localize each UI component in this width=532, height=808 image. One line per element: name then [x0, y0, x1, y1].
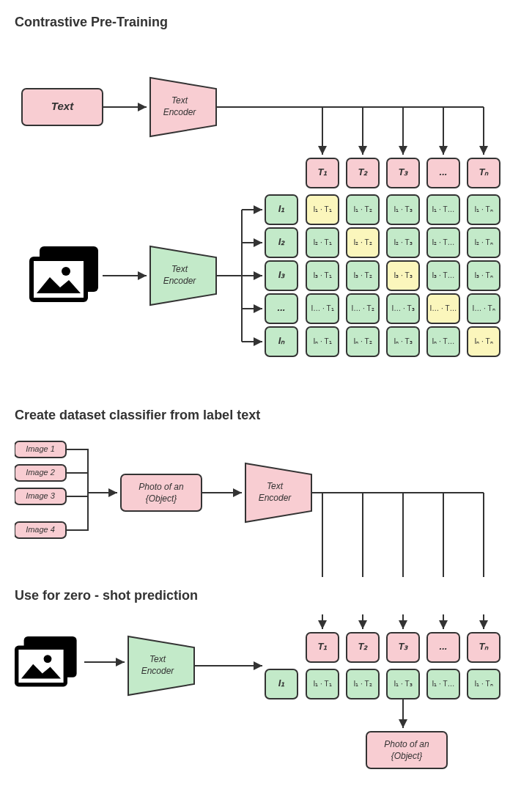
- svg-text:I₂ · T…: I₂ · T…: [432, 238, 454, 246]
- svg-text:I… · Tₙ: I… · Tₙ: [472, 304, 495, 312]
- i-tokens-col: I₁ I₂ I₃ ... Iₙ: [265, 195, 298, 356]
- text-encoder-label: Encoder: [163, 107, 197, 117]
- svg-text:I₁ · Tₙ: I₁ · Tₙ: [474, 680, 492, 688]
- svg-text:Tₙ: Tₙ: [479, 166, 489, 177]
- similarity-matrix: I₁ · T₁I₁ · T₂I₁ · T₃I₁ · T…I₁ · TₙI₂ · …: [306, 195, 500, 356]
- svg-text:T₁: T₁: [318, 641, 328, 652]
- svg-text:Iₙ · T₂: Iₙ · T₂: [353, 337, 372, 345]
- svg-text:T₂: T₂: [358, 641, 369, 652]
- svg-text:I₂ · T₂: I₂ · T₂: [353, 238, 372, 246]
- svg-text:Text: Text: [267, 481, 284, 491]
- svg-text:Tₙ: Tₙ: [479, 641, 489, 652]
- diagram-2: Image 1 Image 2 Image 3 Image 4 Photo of…: [15, 434, 517, 581]
- text-encoder-label: Text: [171, 95, 188, 106]
- prediction-output: [366, 732, 447, 768]
- svg-text:T₂: T₂: [358, 166, 369, 177]
- svg-text:{Object}: {Object}: [146, 493, 177, 504]
- section-title-1: Contrastive Pre-Training: [15, 15, 517, 30]
- svg-text:I₁: I₁: [278, 203, 286, 214]
- svg-text:Encoder: Encoder: [163, 276, 197, 286]
- svg-text:I₂ · Tₙ: I₂ · Tₙ: [474, 238, 492, 246]
- svg-text:I₂ · T₁: I₂ · T₁: [313, 238, 331, 246]
- svg-text:I₁ · T₂: I₁ · T₂: [353, 205, 372, 213]
- svg-text:I₃ · T₃: I₃ · T₃: [394, 271, 412, 279]
- svg-point-13: [62, 267, 70, 276]
- image-stack-icon: [29, 246, 98, 302]
- svg-text:I₂ · T₃: I₂ · T₃: [394, 238, 412, 246]
- svg-text:I₃ · T₁: I₃ · T₁: [313, 271, 331, 279]
- svg-text:...: ...: [278, 302, 286, 313]
- svg-text:I₁ · T₁: I₁ · T₁: [313, 680, 331, 688]
- svg-text:Iₙ · T₁: Iₙ · T₁: [313, 337, 331, 345]
- svg-text:I… · T₃: I… · T₃: [391, 304, 414, 312]
- svg-text:Encoder: Encoder: [141, 666, 175, 676]
- svg-text:Iₙ: Iₙ: [278, 335, 286, 346]
- svg-text:I₁ · T…: I₁ · T…: [432, 205, 454, 213]
- svg-text:Encoder: Encoder: [259, 493, 292, 503]
- svg-text:I₁ · T₃: I₁ · T₃: [394, 205, 412, 213]
- diagram-1: Text Text Encoder T₁ T₂ T₃ ... Tₙ: [15, 41, 517, 386]
- section-title-2: Create dataset classifier from label tex…: [15, 408, 517, 423]
- svg-text:T₃: T₃: [399, 166, 409, 177]
- svg-text:I… · T₁: I… · T₁: [311, 304, 333, 312]
- svg-text:I₁ · Tₙ: I₁ · Tₙ: [474, 205, 492, 213]
- similarity-row: I₁ · T₁ I₁ · T₂ I₁ · T₃ I₁ · T… I₁ · Tₙ: [306, 669, 500, 699]
- svg-text:I₁ · T₃: I₁ · T₃: [394, 680, 412, 688]
- svg-point-76: [44, 655, 52, 663]
- prompt-template-box: [121, 474, 202, 511]
- svg-text:T₃: T₃: [399, 641, 409, 652]
- svg-text:...: ...: [440, 641, 448, 652]
- svg-text:I₁: I₁: [278, 677, 286, 688]
- section-title-3: Use for zero - shot prediction: [15, 588, 517, 603]
- svg-text:...: ...: [440, 166, 448, 177]
- svg-text:Image 4: Image 4: [26, 525, 55, 534]
- svg-text:I₁ · T…: I₁ · T…: [432, 680, 454, 688]
- svg-text:T₁: T₁: [318, 166, 328, 177]
- svg-text:Iₙ · T₃: Iₙ · T₃: [394, 337, 412, 345]
- svg-text:Image 2: Image 2: [26, 468, 55, 477]
- svg-text:Text: Text: [149, 654, 166, 664]
- svg-text:Iₙ · T…: Iₙ · T…: [432, 337, 454, 345]
- svg-text:{Object}: {Object}: [391, 751, 423, 761]
- svg-text:I₃: I₃: [278, 269, 286, 280]
- svg-text:I₁ · T₂: I₁ · T₂: [353, 680, 372, 688]
- t-tokens-row: T₁ T₂ T₃ ... Tₙ: [306, 158, 500, 188]
- svg-text:I… · T₂: I… · T₂: [351, 304, 374, 312]
- svg-text:Image 3: Image 3: [26, 491, 56, 500]
- svg-text:Photo of an: Photo of an: [384, 739, 429, 749]
- svg-text:I₃ · T₂: I₃ · T₂: [353, 271, 372, 279]
- svg-text:Iₙ · Tₙ: Iₙ · Tₙ: [474, 337, 492, 345]
- svg-text:Image 1: Image 1: [26, 444, 55, 453]
- svg-text:I₃ · Tₙ: I₃ · Tₙ: [474, 271, 492, 279]
- text-input-label: Text: [51, 100, 74, 112]
- image-stack-icon-2: [15, 636, 77, 686]
- t-tokens-row-2: T₁ T₂ T₃ ... Tₙ: [306, 633, 500, 662]
- svg-text:I₂: I₂: [278, 236, 286, 247]
- svg-text:I… · T…: I… · T…: [429, 304, 457, 312]
- svg-text:Text: Text: [171, 264, 188, 274]
- svg-text:Photo of an: Photo of an: [138, 482, 184, 492]
- diagram-3: T₁ T₂ T₃ ... Tₙ Text Encoder I₁ I₁ · T₁ …: [15, 614, 517, 783]
- svg-text:I₃ · T…: I₃ · T…: [432, 271, 454, 279]
- svg-text:I₁ · T₁: I₁ · T₁: [313, 205, 331, 213]
